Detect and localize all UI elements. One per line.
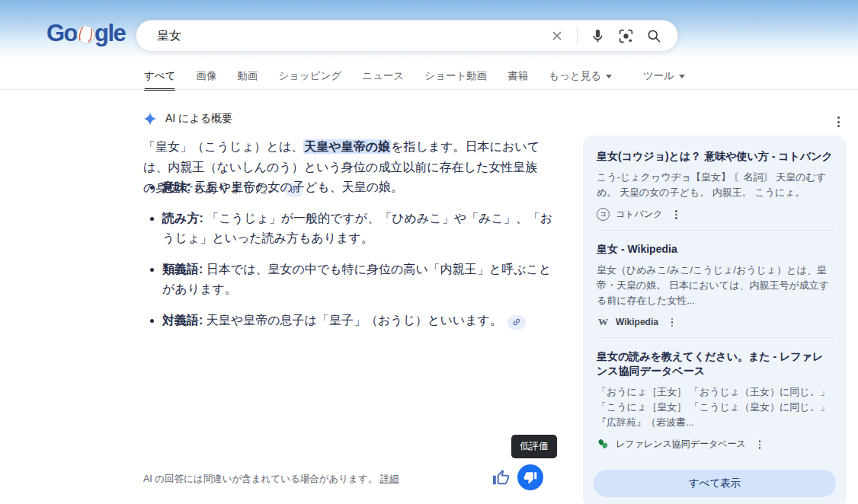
source-card-wikipedia[interactable]: 皇女 - Wikipedia 皇女（ひめみこ/みこ/こうじょ/おうじょ）とは、皇… bbox=[583, 231, 847, 338]
google-logo[interactable]: Go gle bbox=[46, 20, 125, 47]
search-input[interactable] bbox=[155, 28, 537, 43]
search-tabs: すべて 画像 動画 ショッピング ニュース ショート動画 書籍 もっと見る ツー… bbox=[144, 70, 685, 89]
tab-books[interactable]: 書籍 bbox=[507, 70, 528, 89]
search-bar[interactable] bbox=[136, 20, 678, 52]
thumbs-down-button[interactable] bbox=[517, 464, 543, 490]
bullet-synonym: 類義語: 日本では、皇女の中でも特に身位の高い「内親王」と呼ぶことがあります。 bbox=[162, 260, 553, 299]
tab-short-videos[interactable]: ショート動画 bbox=[424, 70, 487, 89]
header-divider bbox=[0, 89, 858, 90]
ai-overview-header: AI による概要 bbox=[143, 112, 232, 126]
google-lens-icon[interactable] bbox=[617, 27, 634, 44]
ai-overview-menu-icon[interactable] bbox=[834, 113, 843, 130]
source-row: W Wikipedia bbox=[597, 316, 833, 330]
tab-news-label: ニュース bbox=[362, 69, 404, 83]
source-link-icon[interactable] bbox=[507, 315, 526, 330]
bullet-meaning: 意味: 天皇や皇帝の女の子ども、天皇の娘。 bbox=[162, 177, 553, 197]
tab-all-label: すべて bbox=[144, 69, 175, 83]
card-title: 皇女の読みを教えてください。また - レファレンス協同データベース bbox=[597, 349, 833, 378]
search-submit-icon[interactable] bbox=[645, 27, 662, 44]
card-snippet: こう-じょクヮウヂョ【皇女】 〘名詞〙 天皇のむすめ。 天皇の女の子ども。 内親… bbox=[597, 170, 833, 200]
bullet-reading: 読み方: 「こうじょ」が一般的ですが、「ひめみこ」や「みこ」、「おうじょ」といっ… bbox=[162, 209, 553, 248]
tab-short-videos-label: ショート動画 bbox=[424, 69, 487, 83]
chevron-down-icon bbox=[606, 75, 612, 78]
tab-images-label: 画像 bbox=[196, 69, 216, 83]
source-name: レファレンス協同データベース bbox=[616, 438, 746, 451]
source-card-refdb[interactable]: 皇女の読みを教えてください。また - レファレンス協同データベース 「おうにょ［… bbox=[583, 338, 847, 460]
ai-sparkle-icon bbox=[143, 112, 157, 126]
source-name: Wikipedia bbox=[616, 317, 658, 327]
card-menu-icon[interactable] bbox=[671, 208, 681, 222]
logo-text-left: Go bbox=[46, 20, 77, 47]
paragraph-pre: 「皇女」（こうじょ）とは、 bbox=[143, 140, 303, 153]
microphone-icon[interactable] bbox=[589, 27, 606, 44]
wikipedia-favicon-icon: W bbox=[597, 316, 610, 329]
paragraph-highlight: 天皇や皇帝の娘 bbox=[303, 139, 391, 154]
bullet-label: 意味: bbox=[162, 180, 190, 193]
tab-more-label: もっと見る bbox=[549, 69, 601, 83]
bullet-text: 日本では、皇女の中でも特に身位の高い「内親王」と呼ぶことがあります。 bbox=[162, 263, 551, 295]
source-card-kotobank[interactable]: 皇女(コウジョ)とは？ 意味や使い方 - コトバンク こう-じょクヮウヂョ【皇女… bbox=[583, 138, 847, 230]
chevron-down-icon bbox=[679, 75, 685, 78]
bullet-text: 「こうじょ」が一般的ですが、「ひめみこ」や「みこ」、「おうじょ」といった読み方も… bbox=[162, 212, 552, 244]
logo-text-right: gle bbox=[94, 20, 125, 47]
bullet-label: 対義語: bbox=[162, 314, 203, 327]
card-snippet: 皇女（ひめみこ/みこ/こうじょ/おうじょ）とは、皇帝・天皇の娘。 日本においては… bbox=[597, 263, 833, 308]
bullet-label: 読み方: bbox=[162, 212, 203, 225]
ai-overview-title: AI による概要 bbox=[165, 112, 232, 126]
tab-shopping[interactable]: ショッピング bbox=[278, 70, 341, 89]
learn-more-link[interactable]: 詳細 bbox=[380, 474, 399, 484]
bullet-label: 類義語: bbox=[162, 263, 203, 276]
tab-tools[interactable]: ツール bbox=[643, 70, 685, 89]
baseball-doodle-icon bbox=[75, 24, 98, 46]
tab-books-label: 書籍 bbox=[507, 69, 528, 83]
kotobank-favicon-icon: コ bbox=[597, 208, 610, 221]
clear-search-icon[interactable] bbox=[549, 27, 565, 44]
tab-more[interactable]: もっと見る bbox=[549, 70, 612, 89]
refdb-favicon-icon bbox=[597, 438, 610, 451]
card-menu-icon[interactable] bbox=[755, 438, 765, 451]
tab-videos[interactable]: 動画 bbox=[237, 70, 258, 89]
card-title: 皇女 - Wikipedia bbox=[597, 242, 833, 257]
bullet-antonym: 対義語: 天皇や皇帝の息子は「皇子」（おうじ）といいます。 bbox=[162, 311, 553, 330]
sources-sidebar: 皇女(コウジョ)とは？ 意味や使い方 - コトバンク こう-じょクヮウヂョ【皇女… bbox=[583, 136, 847, 504]
ai-disclaimer: AI の回答には間違いが含まれている場合があります。 詳細 bbox=[143, 473, 399, 486]
source-row: レファレンス協同データベース bbox=[597, 438, 833, 451]
bullet-text: 天皇や皇帝の息子は「皇子」（おうじ）といいます。 bbox=[203, 314, 502, 327]
card-snippet: 「おうにょ［王女］ 「おうじょ（王女）に同じ。」 「こうにょ［皇女］ 「こうじょ… bbox=[597, 384, 833, 430]
dislike-tooltip: 低評価 bbox=[511, 435, 557, 458]
bullet-text: 天皇や皇帝の女の子ども、天皇の娘。 bbox=[190, 180, 403, 193]
tab-videos-label: 動画 bbox=[237, 69, 258, 83]
card-menu-icon[interactable] bbox=[668, 316, 677, 330]
disclaimer-text: AI の回答には間違いが含まれている場合があります。 bbox=[143, 474, 377, 484]
tab-all[interactable]: すべて bbox=[144, 70, 175, 89]
tab-news[interactable]: ニュース bbox=[362, 70, 404, 89]
tab-shopping-label: ショッピング bbox=[278, 69, 341, 83]
card-title: 皇女(コウジョ)とは？ 意味や使い方 - コトバンク bbox=[597, 149, 833, 164]
source-row: コ コトバンク bbox=[597, 208, 833, 222]
ai-overview-bullets: 意味: 天皇や皇帝の女の子ども、天皇の娘。 読み方: 「こうじょ」が一般的ですが… bbox=[149, 177, 553, 342]
show-all-button[interactable]: すべて表示 bbox=[594, 470, 836, 497]
tab-images[interactable]: 画像 bbox=[196, 70, 216, 89]
source-name: コトバンク bbox=[616, 208, 662, 221]
tab-tools-label: ツール bbox=[643, 69, 674, 83]
search-divider bbox=[577, 27, 578, 45]
thumbs-up-button[interactable] bbox=[492, 469, 510, 486]
